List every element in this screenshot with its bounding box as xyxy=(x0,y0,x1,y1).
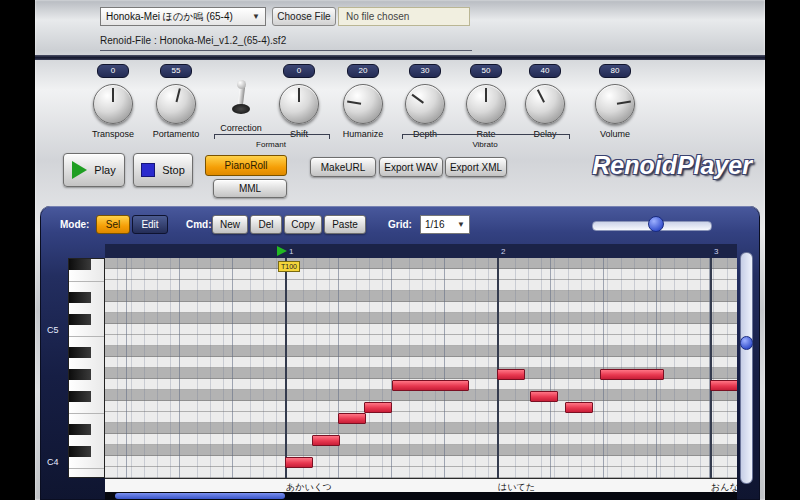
measure-number: 1 xyxy=(289,247,293,256)
knob-indicator xyxy=(485,88,487,102)
beat-line xyxy=(656,258,657,478)
note[interactable] xyxy=(338,413,366,424)
black-key[interactable] xyxy=(69,292,91,303)
note[interactable] xyxy=(600,369,664,380)
piano-keys[interactable] xyxy=(68,258,105,478)
knob-col-humanize: 20 Humanize xyxy=(328,64,398,148)
octave-label: C5 xyxy=(47,325,67,335)
knob-col-volume: 80 Volume xyxy=(580,64,650,148)
note[interactable] xyxy=(530,391,558,402)
measure-number: 2 xyxy=(501,247,505,256)
humanize-value: 20 xyxy=(347,64,379,78)
rate-value: 50 xyxy=(470,64,502,78)
paste-button[interactable]: Paste xyxy=(324,215,366,234)
mml-button[interactable]: MML xyxy=(213,179,287,198)
white-key-separator xyxy=(69,336,104,337)
black-key[interactable] xyxy=(69,314,91,325)
formant-bracket xyxy=(214,134,330,139)
measure-line xyxy=(497,258,499,478)
playhead-icon[interactable] xyxy=(277,246,287,256)
note[interactable] xyxy=(364,402,392,413)
mode-sel-button[interactable]: Sel xyxy=(96,215,130,234)
file-status-field: No file chosen xyxy=(338,7,470,26)
black-key[interactable] xyxy=(69,424,91,435)
shift-value: 0 xyxy=(283,64,315,78)
app-logo: RenoidPlayer xyxy=(552,151,752,180)
section-divider xyxy=(35,55,765,60)
knob-indicator xyxy=(617,101,631,105)
play-button[interactable]: Play xyxy=(63,153,125,187)
chevron-down-icon: ▼ xyxy=(457,220,465,229)
black-key[interactable] xyxy=(69,391,91,402)
portamento-knob[interactable] xyxy=(156,84,196,124)
volume-label: Volume xyxy=(580,129,650,139)
pianoroll-button[interactable]: PianoRoll xyxy=(205,155,287,176)
del-button[interactable]: Del xyxy=(250,215,282,234)
choose-file-button[interactable]: Choose File xyxy=(272,7,336,26)
toggle-base-icon xyxy=(232,104,250,114)
black-key[interactable] xyxy=(69,347,91,358)
mode-label: Mode: xyxy=(60,219,89,230)
note[interactable] xyxy=(285,457,313,468)
white-key-separator xyxy=(69,468,104,469)
depth-value: 30 xyxy=(409,64,441,78)
formant-group-label: Formant xyxy=(214,140,328,149)
knob-indicator xyxy=(411,94,424,104)
measure-line xyxy=(285,258,287,478)
portamento-value: 55 xyxy=(160,64,192,78)
voice-select[interactable]: Honoka-Mei ほのか鳴 (65-4) ▼ xyxy=(100,7,266,26)
editor-panel: Mode: Sel Edit Cmd: New Del Copy Paste G… xyxy=(40,206,760,500)
grid-lines-overlay xyxy=(105,258,737,478)
measure-number: 3 xyxy=(714,247,718,256)
note[interactable] xyxy=(710,380,737,391)
cmd-label: Cmd: xyxy=(186,219,212,230)
toggle-cap-icon xyxy=(237,80,246,89)
white-key-separator xyxy=(69,281,104,282)
knob-indicator xyxy=(298,88,300,102)
octave-label: C4 xyxy=(47,457,67,467)
make-url-button[interactable]: MakeURL xyxy=(310,157,376,177)
rate-knob[interactable] xyxy=(466,84,506,124)
renoid-file-label: Renoid-File : Honoka-Mei_v1.2_(65-4).sf2 xyxy=(100,35,472,51)
chevron-down-icon: ▼ xyxy=(252,12,260,21)
horizontal-scrollbar-thumb[interactable] xyxy=(115,493,285,499)
white-key-separator xyxy=(69,413,104,414)
mode-edit-button[interactable]: Edit xyxy=(132,215,168,234)
note[interactable] xyxy=(312,435,340,446)
play-icon xyxy=(72,161,87,179)
humanize-knob[interactable] xyxy=(343,84,383,124)
beat-line xyxy=(179,258,180,478)
knob-col-portamento: 55 Portamento xyxy=(141,64,211,148)
transpose-knob[interactable] xyxy=(93,84,133,124)
vertical-scrollbar[interactable] xyxy=(740,252,753,484)
vertical-scrollbar-thumb[interactable] xyxy=(740,336,753,350)
note[interactable] xyxy=(392,380,469,391)
export-wav-button[interactable]: Export WAV xyxy=(379,157,443,177)
new-button[interactable]: New xyxy=(212,215,248,234)
black-key[interactable] xyxy=(69,369,91,380)
piano-roll-grid[interactable] xyxy=(105,258,737,478)
black-key[interactable] xyxy=(69,446,91,457)
copy-button[interactable]: Copy xyxy=(284,215,322,234)
correction-toggle[interactable] xyxy=(221,78,261,118)
grid-select[interactable]: 1/16 ▼ xyxy=(420,215,470,234)
beat-line xyxy=(603,258,604,478)
delay-knob[interactable] xyxy=(525,84,565,124)
lyrics-strip: あかいくつはいてたおんな xyxy=(105,478,737,493)
tempo-tag[interactable]: T100 xyxy=(278,261,300,272)
shift-knob[interactable] xyxy=(279,84,319,124)
depth-knob[interactable] xyxy=(405,84,445,124)
beat-line xyxy=(444,258,445,478)
measure-bar[interactable]: 123 xyxy=(105,244,737,259)
knob-col-transpose: 0 Transpose xyxy=(78,64,148,148)
renoid-player-app: Honoka-Mei ほのか鳴 (65-4) ▼ Choose File No … xyxy=(0,0,800,500)
note[interactable] xyxy=(497,369,525,380)
horizontal-scrollbar[interactable] xyxy=(105,492,737,500)
black-key[interactable] xyxy=(69,259,91,270)
export-xml-button[interactable]: Export XML xyxy=(445,157,507,177)
volume-knob[interactable] xyxy=(595,84,635,124)
zoom-slider-thumb[interactable] xyxy=(648,216,664,232)
stop-button[interactable]: Stop xyxy=(133,153,193,187)
stop-icon xyxy=(141,163,155,177)
note[interactable] xyxy=(565,402,593,413)
